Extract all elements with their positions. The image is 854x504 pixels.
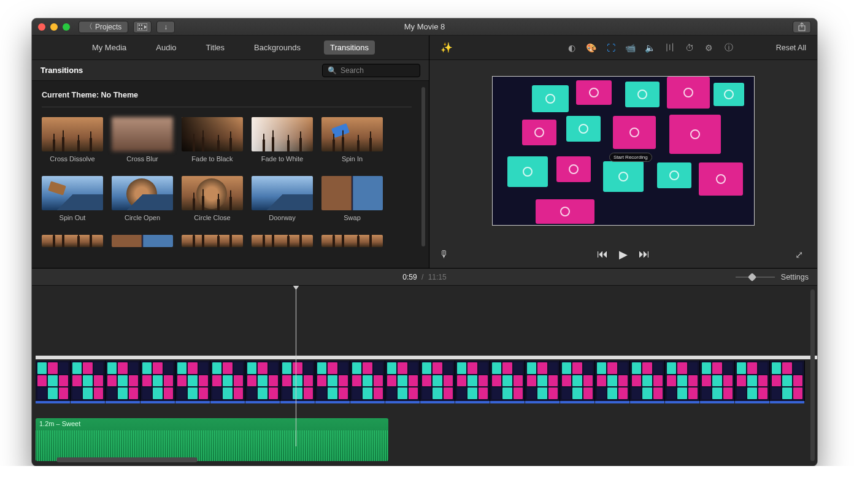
timeline-frame[interactable]	[140, 361, 175, 401]
transition-item[interactable]	[42, 235, 103, 251]
svg-rect-3	[141, 25, 142, 26]
share-icon	[798, 23, 806, 31]
playhead[interactable]	[296, 286, 296, 446]
timeline-frame[interactable]	[210, 361, 245, 401]
timeline-frame[interactable]	[735, 361, 770, 401]
tab-titles[interactable]: Titles	[200, 40, 231, 55]
preview-viewport[interactable]: Start Recording	[492, 76, 755, 226]
minimize-window-button[interactable]	[50, 23, 58, 31]
share-button[interactable]	[793, 21, 811, 33]
timeline-settings-button[interactable]: Settings	[781, 273, 809, 281]
transition-item[interactable]	[321, 235, 383, 251]
tab-my-media[interactable]: My Media	[86, 40, 133, 55]
transition-fade-to-black[interactable]: Fade to Black	[182, 117, 243, 162]
tab-audio[interactable]: Audio	[150, 40, 182, 55]
transition-item[interactable]	[182, 235, 243, 251]
timeline-frame[interactable]	[560, 361, 595, 401]
transport-controls: 🎙 ⏮ ▶ ⏭ ⤢	[429, 241, 817, 268]
timeline-frame[interactable]	[455, 361, 490, 401]
transition-item[interactable]	[112, 235, 173, 251]
timeline-frame[interactable]	[525, 361, 560, 401]
play-button[interactable]: ▶	[619, 248, 628, 261]
timeline[interactable]: /*placeholder – frames generated below v…	[32, 286, 817, 466]
title-bar: 〈 Projects ↓ My Movie 8	[32, 18, 817, 36]
fullscreen-window-button[interactable]	[63, 23, 70, 31]
timeline-current-time: 0:59	[402, 273, 417, 281]
transition-fade-to-white[interactable]: Fade to White	[252, 117, 313, 162]
crop-icon[interactable]: ⛶	[606, 42, 617, 53]
transitions-grid-scroll[interactable]: Current Theme: No Theme Cross Dissolve C…	[32, 81, 429, 268]
transition-spin-in[interactable]: Spin In	[321, 117, 383, 162]
enhance-wand-icon[interactable]: ✨	[440, 42, 453, 53]
color-correction-icon[interactable]: 🎨	[586, 42, 597, 53]
audio-waveform	[36, 430, 388, 461]
timeline-frame[interactable]	[36, 361, 71, 401]
media-browser-pane: My Media Audio Titles Backgrounds Transi…	[32, 36, 429, 268]
svg-rect-2	[139, 28, 140, 29]
search-icon: 🔍	[328, 66, 337, 75]
volume-icon[interactable]: 🔈	[645, 42, 656, 53]
preview-tooltip: Start Recording	[609, 153, 652, 162]
transition-circle-open[interactable]: Circle Open	[112, 176, 173, 221]
timeline-frame[interactable]	[175, 361, 210, 401]
noise-reduction-icon[interactable]: 〣	[664, 42, 675, 53]
transition-circle-close[interactable]: Circle Close	[182, 176, 243, 221]
timeline-frame[interactable]	[700, 361, 735, 401]
adjustments-toolbar: ✨ ◐ 🎨 ⛶ 📹 🔈 〣 ⏱ ⚙ ⓘ Reset All	[429, 36, 817, 60]
timeline-frame[interactable]	[280, 361, 315, 401]
prev-frame-button[interactable]: ⏮	[597, 248, 608, 261]
svg-rect-4	[141, 28, 142, 29]
timeline-h-scrollbar[interactable]	[56, 457, 198, 462]
info-icon[interactable]: ⓘ	[723, 42, 734, 53]
browser-scrollbar[interactable]	[421, 87, 425, 246]
download-arrow-icon: ↓	[164, 23, 167, 31]
timeline-frame[interactable]	[770, 361, 805, 401]
timeline-frame[interactable]	[71, 361, 106, 401]
timeline-frame[interactable]	[245, 361, 280, 401]
transition-spin-out[interactable]: Spin Out	[42, 176, 103, 221]
chevron-left-icon: 〈	[85, 21, 93, 32]
timeline-frame[interactable]	[350, 361, 385, 401]
preview-pane: ✨ ◐ 🎨 ⛶ 📹 🔈 〣 ⏱ ⚙ ⓘ Reset All	[429, 36, 817, 268]
timeline-frame[interactable]	[490, 361, 525, 401]
timeline-frame[interactable]	[106, 361, 140, 401]
timeline-zoom-slider[interactable]	[736, 273, 775, 281]
voiceover-mic-button[interactable]: 🎙	[439, 249, 452, 260]
timeline-frame[interactable]	[595, 361, 630, 401]
back-to-projects-button[interactable]: 〈 Projects	[79, 21, 128, 33]
timeline-v-scrollbar[interactable]	[810, 289, 815, 461]
speed-icon[interactable]: ⏱	[684, 42, 695, 53]
reset-all-button[interactable]: Reset All	[776, 44, 806, 52]
timeline-frame[interactable]	[315, 361, 350, 401]
download-button[interactable]: ↓	[156, 21, 175, 33]
fullscreen-preview-button[interactable]: ⤢	[795, 249, 807, 261]
filmstrip-icon	[137, 23, 147, 31]
clip-filter-icon[interactable]: ⚙	[704, 42, 715, 53]
svg-rect-1	[139, 25, 140, 26]
timeline-frame[interactable]	[385, 361, 420, 401]
media-import-button[interactable]	[133, 21, 152, 33]
transition-cross-dissolve[interactable]: Cross Dissolve	[42, 117, 103, 162]
search-input[interactable]: 🔍 Search	[322, 64, 420, 77]
transition-swap[interactable]: Swap	[321, 176, 383, 221]
tab-transitions[interactable]: Transitions	[324, 40, 375, 55]
transition-cross-blur[interactable]: Cross Blur	[112, 117, 173, 162]
projects-label: Projects	[95, 23, 121, 31]
stabilization-icon[interactable]: 📹	[625, 42, 636, 53]
timeline-frame[interactable]	[630, 361, 665, 401]
color-balance-icon[interactable]: ◐	[566, 42, 577, 53]
transition-doorway[interactable]: Doorway	[252, 176, 313, 221]
close-window-button[interactable]	[38, 23, 45, 31]
window-controls	[38, 23, 70, 31]
next-frame-button[interactable]: ⏭	[639, 248, 650, 261]
timeline-frame[interactable]	[665, 361, 700, 401]
timeline-header: 0:59 / 11:15 Settings	[32, 269, 817, 286]
transition-item[interactable]	[252, 235, 313, 251]
video-track[interactable]: /*placeholder – frames generated below v…	[36, 358, 817, 403]
audio-clip-label: 1.2m – Sweet	[39, 420, 80, 427]
search-placeholder: Search	[340, 66, 364, 75]
timeline-frame[interactable]	[420, 361, 455, 401]
audio-clip[interactable]: 1.2m – Sweet	[36, 418, 388, 461]
app-window: 〈 Projects ↓ My Movie 8	[32, 18, 817, 466]
tab-backgrounds[interactable]: Backgrounds	[248, 40, 307, 55]
